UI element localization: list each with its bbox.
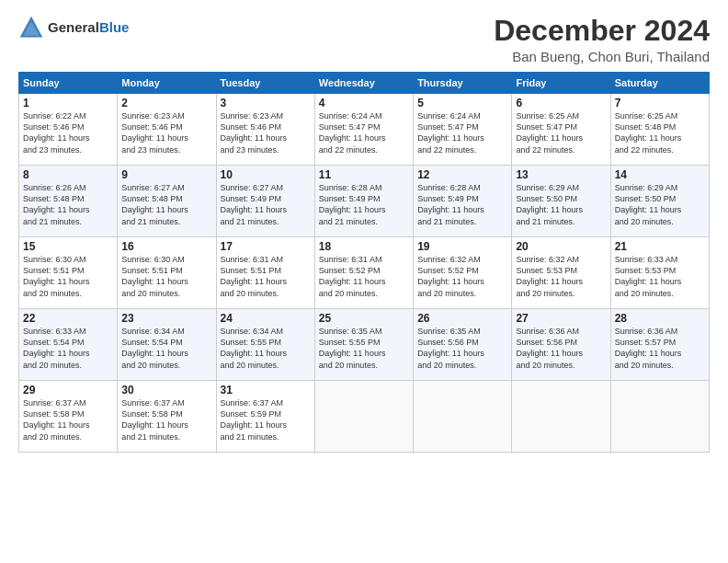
logo-text-general: GeneralBlue	[48, 19, 129, 36]
table-row: 1Sunrise: 6:22 AMSunset: 5:46 PMDaylight…	[19, 94, 118, 166]
table-row: 5Sunrise: 6:24 AMSunset: 5:47 PMDaylight…	[414, 94, 512, 166]
table-row: 26Sunrise: 6:35 AMSunset: 5:56 PMDayligh…	[414, 309, 512, 381]
day-number: 23	[121, 312, 211, 325]
day-info: Sunrise: 6:27 AMSunset: 5:48 PMDaylight:…	[121, 182, 211, 227]
day-info: Sunrise: 6:29 AMSunset: 5:50 PMDaylight:…	[615, 182, 705, 227]
title-area: December 2024 Ban Bueng, Chon Buri, Thai…	[494, 15, 710, 64]
table-row: 15Sunrise: 6:30 AMSunset: 5:51 PMDayligh…	[19, 237, 118, 309]
month-title: December 2024	[494, 15, 710, 47]
day-number: 6	[516, 97, 606, 109]
day-info: Sunrise: 6:33 AMSunset: 5:54 PMDaylight:…	[23, 326, 113, 371]
table-row: 30Sunrise: 6:37 AMSunset: 5:58 PMDayligh…	[118, 381, 216, 453]
day-info: Sunrise: 6:34 AMSunset: 5:55 PMDaylight:…	[221, 326, 311, 371]
col-saturday: Saturday	[610, 73, 709, 94]
calendar-header-row: Sunday Monday Tuesday Wednesday Thursday…	[19, 73, 710, 94]
table-row	[414, 381, 512, 453]
day-number: 17	[221, 240, 311, 253]
day-number: 10	[221, 168, 311, 181]
calendar-week-row: 8Sunrise: 6:26 AMSunset: 5:48 PMDaylight…	[19, 166, 710, 237]
day-number: 8	[23, 168, 113, 181]
table-row: 2Sunrise: 6:23 AMSunset: 5:46 PMDaylight…	[118, 94, 216, 166]
day-number: 9	[121, 168, 211, 181]
day-info: Sunrise: 6:32 AMSunset: 5:53 PMDaylight:…	[516, 254, 606, 299]
day-info: Sunrise: 6:25 AMSunset: 5:48 PMDaylight:…	[615, 110, 705, 155]
calendar-week-row: 29Sunrise: 6:37 AMSunset: 5:58 PMDayligh…	[19, 381, 710, 453]
table-row: 8Sunrise: 6:26 AMSunset: 5:48 PMDaylight…	[19, 166, 118, 237]
calendar-week-row: 15Sunrise: 6:30 AMSunset: 5:51 PMDayligh…	[19, 237, 710, 309]
day-info: Sunrise: 6:36 AMSunset: 5:56 PMDaylight:…	[516, 326, 606, 371]
table-row: 3Sunrise: 6:23 AMSunset: 5:46 PMDaylight…	[216, 94, 314, 166]
table-row: 24Sunrise: 6:34 AMSunset: 5:55 PMDayligh…	[216, 309, 314, 381]
day-number: 1	[23, 97, 113, 109]
table-row: 4Sunrise: 6:24 AMSunset: 5:47 PMDaylight…	[314, 94, 413, 166]
table-row: 20Sunrise: 6:32 AMSunset: 5:53 PMDayligh…	[512, 237, 610, 309]
day-number: 14	[615, 168, 705, 181]
day-number: 2	[121, 97, 211, 109]
day-info: Sunrise: 6:34 AMSunset: 5:54 PMDaylight:…	[121, 326, 211, 371]
col-thursday: Thursday	[414, 73, 512, 94]
header: GeneralBlue December 2024 Ban Bueng, Cho…	[18, 15, 710, 64]
table-row: 27Sunrise: 6:36 AMSunset: 5:56 PMDayligh…	[512, 309, 610, 381]
day-number: 30	[121, 384, 211, 396]
day-number: 15	[23, 240, 113, 253]
table-row: 10Sunrise: 6:27 AMSunset: 5:49 PMDayligh…	[216, 166, 314, 237]
day-info: Sunrise: 6:22 AMSunset: 5:46 PMDaylight:…	[23, 110, 113, 155]
day-info: Sunrise: 6:29 AMSunset: 5:50 PMDaylight:…	[516, 182, 606, 227]
day-info: Sunrise: 6:35 AMSunset: 5:56 PMDaylight:…	[417, 326, 507, 371]
day-info: Sunrise: 6:24 AMSunset: 5:47 PMDaylight:…	[319, 110, 409, 155]
table-row	[314, 381, 413, 453]
table-row: 17Sunrise: 6:31 AMSunset: 5:51 PMDayligh…	[216, 237, 314, 309]
day-info: Sunrise: 6:37 AMSunset: 5:58 PMDaylight:…	[121, 397, 211, 442]
day-number: 27	[516, 312, 606, 325]
col-monday: Monday	[118, 73, 216, 94]
table-row	[512, 381, 610, 453]
table-row: 25Sunrise: 6:35 AMSunset: 5:55 PMDayligh…	[314, 309, 413, 381]
table-row: 21Sunrise: 6:33 AMSunset: 5:53 PMDayligh…	[610, 237, 709, 309]
day-number: 19	[417, 240, 507, 253]
day-number: 26	[417, 312, 507, 325]
table-row: 22Sunrise: 6:33 AMSunset: 5:54 PMDayligh…	[19, 309, 118, 381]
day-number: 28	[615, 312, 705, 325]
table-row: 13Sunrise: 6:29 AMSunset: 5:50 PMDayligh…	[512, 166, 610, 237]
col-wednesday: Wednesday	[314, 73, 413, 94]
table-row: 7Sunrise: 6:25 AMSunset: 5:48 PMDaylight…	[610, 94, 709, 166]
table-row: 14Sunrise: 6:29 AMSunset: 5:50 PMDayligh…	[610, 166, 709, 237]
calendar-week-row: 22Sunrise: 6:33 AMSunset: 5:54 PMDayligh…	[19, 309, 710, 381]
col-friday: Friday	[512, 73, 610, 94]
day-info: Sunrise: 6:28 AMSunset: 5:49 PMDaylight:…	[417, 182, 507, 227]
day-info: Sunrise: 6:26 AMSunset: 5:48 PMDaylight:…	[23, 182, 113, 227]
day-number: 3	[221, 97, 311, 109]
day-number: 5	[417, 97, 507, 109]
day-info: Sunrise: 6:36 AMSunset: 5:57 PMDaylight:…	[615, 326, 705, 371]
table-row: 16Sunrise: 6:30 AMSunset: 5:51 PMDayligh…	[118, 237, 216, 309]
table-row	[610, 381, 709, 453]
col-sunday: Sunday	[19, 73, 118, 94]
page: GeneralBlue December 2024 Ban Bueng, Cho…	[0, 0, 728, 563]
day-info: Sunrise: 6:31 AMSunset: 5:52 PMDaylight:…	[319, 254, 409, 299]
table-row: 23Sunrise: 6:34 AMSunset: 5:54 PMDayligh…	[118, 309, 216, 381]
day-info: Sunrise: 6:24 AMSunset: 5:47 PMDaylight:…	[417, 110, 507, 155]
day-info: Sunrise: 6:23 AMSunset: 5:46 PMDaylight:…	[121, 110, 211, 155]
day-info: Sunrise: 6:37 AMSunset: 5:59 PMDaylight:…	[221, 397, 311, 442]
table-row: 29Sunrise: 6:37 AMSunset: 5:58 PMDayligh…	[19, 381, 118, 453]
day-number: 13	[516, 168, 606, 181]
location-title: Ban Bueng, Chon Buri, Thailand	[494, 49, 710, 64]
day-info: Sunrise: 6:30 AMSunset: 5:51 PMDaylight:…	[23, 254, 113, 299]
day-number: 20	[516, 240, 606, 253]
day-number: 11	[319, 168, 409, 181]
day-info: Sunrise: 6:23 AMSunset: 5:46 PMDaylight:…	[221, 110, 311, 155]
day-number: 4	[319, 97, 409, 109]
day-info: Sunrise: 6:30 AMSunset: 5:51 PMDaylight:…	[121, 254, 211, 299]
calendar-table: Sunday Monday Tuesday Wednesday Thursday…	[18, 72, 710, 453]
table-row: 11Sunrise: 6:28 AMSunset: 5:49 PMDayligh…	[314, 166, 413, 237]
day-number: 21	[615, 240, 705, 253]
day-info: Sunrise: 6:25 AMSunset: 5:47 PMDaylight:…	[516, 110, 606, 155]
day-number: 16	[121, 240, 211, 253]
day-number: 7	[615, 97, 705, 109]
table-row: 9Sunrise: 6:27 AMSunset: 5:48 PMDaylight…	[118, 166, 216, 237]
day-number: 22	[23, 312, 113, 325]
day-number: 25	[319, 312, 409, 325]
logo: GeneralBlue	[18, 15, 129, 40]
day-info: Sunrise: 6:32 AMSunset: 5:52 PMDaylight:…	[417, 254, 507, 299]
day-number: 24	[221, 312, 311, 325]
